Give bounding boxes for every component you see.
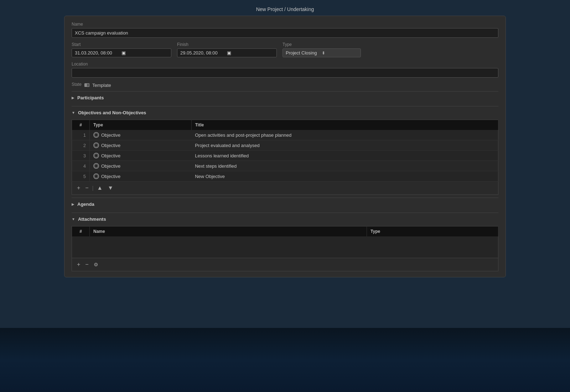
table-row: 3 Objective Lessons learned identified [72,151,498,161]
type-label: Type [283,42,361,47]
background-scene [0,328,570,392]
row-title: New Objective [191,171,498,182]
table-row [72,236,498,258]
toolbar-separator: | [92,185,94,191]
attachments-title: Attachments [78,216,106,222]
location-label: Location [72,62,498,67]
col-header-num: # [72,120,90,130]
state-row: State Template [72,82,498,88]
att-col-header-name: Name [90,226,367,237]
location-input[interactable] [72,68,498,78]
objectives-section-header[interactable]: ▼ Objectives and Non-Objectives [72,106,498,118]
objective-type-icon [93,142,99,148]
objectives-toolbar: + − | ▲ ▼ [72,182,498,195]
name-field-group: Name [72,22,498,38]
objective-type-icon [93,173,99,179]
move-up-button[interactable]: ▲ [95,184,104,192]
row-num: 5 [72,171,90,182]
attachments-section-header[interactable]: ▼ Attachments [72,213,498,225]
row-title: Project evaluated and analysed [191,140,498,151]
finish-label: Finish [177,42,277,47]
table-row: 5 Objective New Objective [72,171,498,182]
type-value: Project Closing [286,50,322,56]
participants-title: Participants [77,95,104,100]
start-input[interactable]: 31.03.2020, 08:00 ▣ [72,48,171,57]
row-type: Objective [90,151,192,161]
objectives-collapse-icon: ▼ [72,111,75,115]
date-type-row: Start 31.03.2020, 08:00 ▣ Finish 29.05.2… [72,42,498,57]
state-icon [84,83,89,87]
agenda-section-header[interactable]: ▶ Agenda [72,198,498,210]
row-type: Objective [90,130,192,140]
name-input[interactable] [72,28,498,38]
agenda-collapse-icon: ▶ [72,202,74,206]
row-type: Objective [90,140,192,151]
start-label: Start [72,42,171,47]
row-title: Next steps identified [191,161,498,171]
row-title: Open activities and post-project phase p… [191,130,498,140]
objective-type-icon [93,163,99,169]
att-col-header-type: Type [367,226,498,237]
attachments-toolbar: + − ⚙ [72,258,498,271]
row-title: Lessons learned identified [191,151,498,161]
finish-field-group: Finish 29.05.2020, 08:00 ▣ [177,42,277,57]
attachments-table: # Name Type [72,226,498,258]
agenda-title: Agenda [77,202,94,207]
participants-collapse-icon: ▶ [72,96,74,100]
participants-section-header[interactable]: ▶ Participants [72,91,498,103]
objective-type-icon [93,132,99,138]
start-calendar-icon[interactable]: ▣ [121,50,168,56]
row-type: Objective [90,161,192,171]
objectives-table: # Type Title 1 Objective Open activities… [72,120,498,182]
row-num: 4 [72,161,90,171]
type-select[interactable]: Project Closing ⬍ [283,48,361,57]
objectives-title: Objectives and Non-Objectives [78,110,146,115]
attachment-settings-button[interactable]: ⚙ [92,261,100,268]
finish-calendar-icon[interactable]: ▣ [227,50,274,56]
state-value: Template [92,83,111,88]
finish-value: 29.05.2020, 08:00 [180,50,227,56]
name-label: Name [72,22,498,27]
start-value: 31.03.2020, 08:00 [75,50,121,56]
remove-attachment-button[interactable]: − [84,261,90,268]
type-arrow-icon: ⬍ [322,51,358,56]
location-field-group: Location [72,62,498,78]
att-col-header-num: # [72,226,90,237]
row-num: 1 [72,130,90,140]
start-field-group: Start 31.03.2020, 08:00 ▣ [72,42,171,57]
move-down-button[interactable]: ▼ [106,184,115,192]
row-type: Objective [90,171,192,182]
finish-input[interactable]: 29.05.2020, 08:00 ▣ [177,48,277,57]
attachments-collapse-icon: ▼ [72,217,75,221]
dialog-panel: Name Start 31.03.2020, 08:00 ▣ Finish 29… [64,16,506,277]
add-attachment-button[interactable]: + [76,261,82,268]
type-field-group: Type Project Closing ⬍ [283,42,361,57]
add-objective-button[interactable]: + [76,184,82,192]
table-row: 1 Objective Open activities and post-pro… [72,130,498,140]
window-title: New Project / Undertaking [64,4,506,16]
objective-type-icon [93,153,99,158]
row-num: 3 [72,151,90,161]
table-row: 4 Objective Next steps identified [72,161,498,171]
state-label: State [72,82,82,87]
col-header-title: Title [191,120,498,130]
col-header-type: Type [90,120,192,130]
remove-objective-button[interactable]: − [84,184,90,192]
row-num: 2 [72,140,90,151]
table-row: 2 Objective Project evaluated and analys… [72,140,498,151]
